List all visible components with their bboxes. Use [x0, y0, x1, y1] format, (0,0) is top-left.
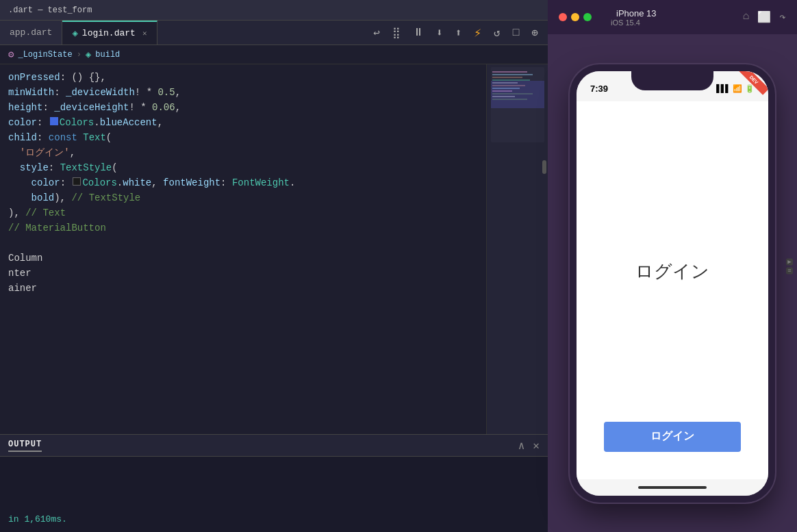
device-name: iPhone 13 — [616, 8, 657, 18]
code-line-6: 'ログイン', — [0, 145, 486, 160]
code-line-15: ainer — [0, 281, 486, 296]
tab-login-dart-icon: ◈ — [72, 27, 77, 39]
signal-icon: ▋▋▋ — [716, 84, 730, 93]
run-btn[interactable]: ⚡ — [471, 24, 484, 42]
breadcrumb-separator: › — [77, 50, 81, 60]
minimap-content — [491, 67, 544, 142]
close-window-btn[interactable] — [559, 13, 567, 21]
breadcrumb-icon2: ◈ — [86, 49, 91, 60]
login-screen-title: ログイン — [635, 259, 709, 283]
breadcrumb-icon1: ⚙ — [8, 49, 14, 60]
iphone-notch — [631, 71, 713, 90]
output-header: OUTPUT ∧ ✕ ▶ ≡ — [0, 435, 548, 457]
tab-login-dart[interactable]: ◈ login.dart ✕ — [62, 21, 157, 45]
tab-close-button[interactable]: ✕ — [142, 29, 147, 38]
code-content[interactable]: onPressed: () {}, minWidth: _deviceWidth… — [0, 64, 486, 434]
status-icons: ▋▋▋ 📶 🔋 — [716, 84, 755, 93]
tab-login-dart-label: login.dart — [82, 28, 136, 38]
iphone-container: DEV 7:39 ▋▋▋ 📶 🔋 ログイン ログイン — [548, 34, 797, 532]
maximize-window-btn[interactable] — [583, 13, 592, 21]
output-actions: ∧ ✕ ▶ ≡ — [518, 439, 540, 453]
wifi-icon: 📶 — [733, 84, 742, 93]
iphone-home-bar — [577, 479, 768, 496]
code-line-2: minWidth: _deviceWidth! * 0.5, — [0, 85, 486, 100]
home-indicator — [638, 486, 707, 489]
step-over-btn[interactable]: ⬇ — [433, 25, 446, 41]
iphone-time: 7:39 — [590, 84, 608, 94]
tab-app-dart-label: app.dart — [10, 27, 52, 38]
search-btn[interactable]: ⊕ — [529, 25, 541, 41]
code-line-3: height: _deviceHeight! * 0.06, — [0, 100, 486, 115]
minimap-highlight — [491, 81, 544, 108]
simulator-header: iPhone 13 iOS 15.4 ⌂ ⬜ ↷ — [548, 0, 797, 34]
simulator-header-icons: ⌂ ⬜ ↷ — [743, 10, 786, 24]
step-up-btn[interactable]: ⬆ — [453, 25, 465, 41]
code-line-11: // MaterialButton — [0, 220, 486, 236]
iphone-screen: ログイン ログイン — [577, 101, 768, 479]
code-line-14: nter — [0, 266, 486, 281]
back-btn[interactable]: ↩ — [370, 25, 383, 41]
code-line-5: child: const Text( — [0, 130, 486, 145]
panel-notes-btn[interactable]: ≡ — [787, 267, 791, 274]
code-line-8: color: Colors.white, fontWeight: FontWei… — [0, 175, 486, 190]
stop-btn[interactable]: □ — [510, 25, 522, 40]
device-os: iOS 15.4 — [611, 18, 657, 27]
run-info-text: in 1,610ms. — [8, 514, 67, 524]
output-panel: OUTPUT ∧ ✕ ▶ ≡ in 1,610ms. — [0, 434, 548, 532]
rotate-icon[interactable]: ↷ — [779, 10, 786, 24]
run-info-line: in 1,610ms. — [8, 513, 540, 527]
collapse-output-btn[interactable]: ∧ — [518, 439, 525, 453]
minimap — [486, 64, 548, 434]
grid-btn[interactable]: ⣿ — [390, 25, 403, 41]
panel-sidebar-btn[interactable]: ▶ — [787, 258, 791, 266]
window-controls — [559, 13, 592, 21]
breadcrumb: ⚙ _LoginState › ◈ build — [0, 45, 548, 64]
tab-bar: app.dart ◈ login.dart ✕ ↩ ⣿ ⏸ ⬇ ⬆ ⚡ ↺ □ … — [0, 21, 548, 45]
output-body: in 1,610ms. — [0, 457, 548, 532]
code-line-9: bold), // TextStyle — [0, 190, 486, 205]
code-line-10: ), // Text — [0, 205, 486, 220]
code-line-4: color: Colors.blueAccent, — [0, 115, 486, 130]
code-line-13: Column — [0, 251, 486, 266]
code-line-12 — [0, 236, 486, 251]
window-title: .dart — test_form — [8, 5, 92, 15]
scrollbar-thumb — [542, 160, 546, 174]
code-line-7: style: TextStyle( — [0, 160, 486, 175]
code-area: onPressed: () {}, minWidth: _deviceWidth… — [0, 64, 548, 434]
title-bar: .dart — test_form — [0, 0, 548, 21]
code-line-1: onPressed: () {}, — [0, 70, 486, 85]
breadcrumb-item-loginstate[interactable]: _LoginState — [18, 50, 72, 60]
pause-btn[interactable]: ⏸ — [410, 25, 427, 40]
camera-icon[interactable]: ⬜ — [757, 10, 771, 24]
breadcrumb-item-build[interactable]: build — [95, 50, 120, 60]
iphone-frame: DEV 7:39 ▋▋▋ 📶 🔋 ログイン ログイン — [570, 64, 775, 503]
tab-app-dart[interactable]: app.dart — [0, 21, 62, 45]
home-icon[interactable]: ⌂ — [743, 10, 750, 24]
login-button[interactable]: ログイン — [604, 422, 741, 452]
minimize-window-btn[interactable] — [571, 13, 579, 21]
reload-btn[interactable]: ↺ — [491, 25, 503, 41]
close-output-btn[interactable]: ✕ — [533, 439, 540, 453]
output-title: OUTPUT — [8, 440, 42, 452]
simulator-panel: iPhone 13 iOS 15.4 ⌂ ⬜ ↷ DEV 7:39 ▋▋▋ 📶 … — [548, 0, 797, 532]
editor-panel: .dart — test_form app.dart ◈ login.dart … — [0, 0, 548, 532]
